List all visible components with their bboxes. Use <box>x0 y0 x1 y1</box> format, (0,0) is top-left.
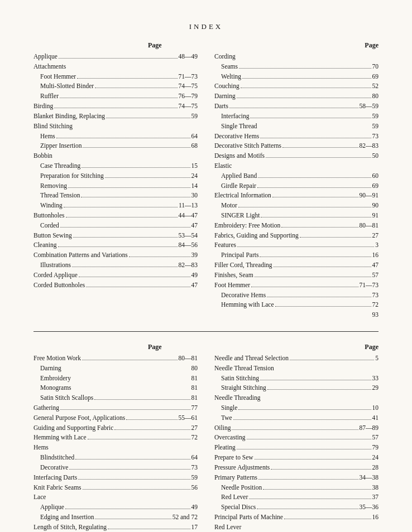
list-item: Bobbin <box>33 151 198 161</box>
section2-right-col: Needle and Thread Selection5Needle Threa… <box>214 354 379 532</box>
list-item: Hemming with Lace72 <box>33 433 198 443</box>
section1-left-col: Applique48—49AttachmentsFoot Hemmer71—73… <box>33 52 198 320</box>
list-item: Girdle Repair69 <box>214 181 379 191</box>
list-item: Interfacing59 <box>214 112 379 122</box>
list-item: Cording <box>214 52 379 62</box>
list-item: Attachments <box>33 62 198 72</box>
list-item: Lace <box>33 492 198 502</box>
list-item: Knit Fabric Seams56 <box>33 483 198 493</box>
list-item: Decorative Stitch Patterns82—83 <box>214 141 379 151</box>
list-item: Hems64 <box>33 132 198 142</box>
list-item: Applied Band60 <box>214 171 379 181</box>
section2-columns: Free Motion Work80—81Darning80Embroidery… <box>33 354 379 532</box>
list-item: Applique49 <box>33 502 198 512</box>
list-item: Needle Threading <box>214 393 379 403</box>
list-item: Electrical Information90—91 <box>214 191 379 201</box>
list-item: Decorative Hems73 <box>214 132 379 142</box>
page: INDEX Page Page Applique48—49Attachments… <box>0 0 412 532</box>
list-item: Finishes, Seam57 <box>214 270 379 280</box>
list-item: Needle Thread Tension <box>214 364 379 374</box>
list-item: Button Sewing53—54 <box>33 231 198 241</box>
left-page-header: Page <box>148 41 162 50</box>
list-item: Embroidery: Free Motion80—81 <box>214 221 379 231</box>
list-item: Decorative73 <box>33 463 198 473</box>
index-title: INDEX <box>33 22 379 31</box>
list-item: Primary Patterns34—38 <box>214 473 379 483</box>
list-item: Illustrations82—83 <box>33 260 198 270</box>
section-divider <box>33 331 379 332</box>
list-item: Foot Hemmer71—73 <box>33 72 198 82</box>
list-item: Gathering77 <box>33 403 198 413</box>
section-2: Page Page Free Motion Work80—81Darning80… <box>33 343 379 532</box>
list-item: Needle and Thread Selection5 <box>214 354 379 364</box>
list-item: Darning80 <box>33 364 198 374</box>
list-item: SINGER Light91 <box>214 211 379 221</box>
list-item: Cleaning84—56 <box>33 240 198 250</box>
list-item: Corded47 <box>33 221 198 231</box>
section1-columns: Applique48—49AttachmentsFoot Hemmer71—73… <box>33 52 379 320</box>
list-item: Free Motion Work80—81 <box>33 354 198 364</box>
section1-right-col: CordingSeams70Welting69Couching52Darning… <box>214 52 379 320</box>
list-item: Welting69 <box>214 72 379 82</box>
list-item: Blanket Binding, Replacing59 <box>33 112 198 122</box>
list-item: Red Lever37 <box>214 492 379 502</box>
list-item: Twe41 <box>214 413 379 423</box>
list-item: Darning80 <box>214 91 379 101</box>
list-item: Needle Position38 <box>214 483 379 493</box>
list-item: Guiding and Supporting Fabric27 <box>33 423 198 433</box>
section2-left-col: Free Motion Work80—81Darning80Embroidery… <box>33 354 198 532</box>
list-item: Red Lever <box>214 523 379 532</box>
list-item: Satin Stitching33 <box>214 374 379 384</box>
list-item: Removing14 <box>33 181 198 191</box>
list-item: Elastic <box>214 161 379 171</box>
list-item: Seams70 <box>214 62 379 72</box>
list-item: Blindstitched64 <box>33 453 198 463</box>
list-item: Overcasting57 <box>214 433 379 443</box>
list-item: Corded Buttonholes47 <box>33 280 198 291</box>
list-item: Buttonholes44—47 <box>33 211 198 221</box>
list-item: Principal Parts16 <box>214 250 379 260</box>
right-page-header: Page <box>365 41 379 50</box>
section-1: Page Page Applique48—49AttachmentsFoot H… <box>33 41 379 320</box>
list-item: 93 <box>214 310 379 320</box>
left-page-header-2: Page <box>148 343 162 351</box>
list-item: Interfacing Darts59 <box>33 473 198 483</box>
list-item: Prepare to Sew24 <box>214 453 379 463</box>
list-item: Single10 <box>214 403 379 413</box>
list-item: Combination Patterns and Variations39 <box>33 250 198 260</box>
list-item: Fabrics, Guiding and Supporting27 <box>214 231 379 241</box>
list-item: Features3 <box>214 240 379 250</box>
list-item: Multi-Slotted Binder74—75 <box>33 81 198 91</box>
list-item: Pleating79 <box>214 443 379 453</box>
list-item: Decorative Hems73 <box>214 291 379 301</box>
list-item: Single Thread59 <box>214 122 379 132</box>
list-item: Length of Stitch, Regulating17 <box>33 523 198 532</box>
list-item: Foot Hemmer71—73 <box>214 280 379 291</box>
list-item: Edging and Insertion52 and 72 <box>33 512 198 523</box>
list-item: Straight Stitching29 <box>214 383 379 393</box>
list-item: Preparation for Stitching24 <box>33 171 198 181</box>
list-item: Motor90 <box>214 201 379 211</box>
list-item: Hemming with Lace72 <box>214 300 379 310</box>
list-item: Principal Parts of Machine16 <box>214 512 379 523</box>
list-item: Filler Cord, Threading47 <box>214 260 379 270</box>
right-page-header-2: Page <box>365 343 379 351</box>
list-item: Darts58—59 <box>214 101 379 112</box>
list-item: Monograms81 <box>33 383 198 393</box>
list-item: General Purpose Foot, Applications55—61 <box>33 413 198 423</box>
list-item: Case Threading15 <box>33 161 198 171</box>
list-item: Birding74—75 <box>33 101 198 112</box>
list-item: Thread Tension30 <box>33 191 198 201</box>
list-item: Pressure Adjustments28 <box>214 463 379 473</box>
list-item: Applique48—49 <box>33 52 198 62</box>
list-item: Zipper Insertion68 <box>33 141 198 151</box>
list-item: Designs and Motifs50 <box>214 151 379 161</box>
list-item: Hems <box>33 443 198 453</box>
list-item: Oiling87—89 <box>214 423 379 433</box>
list-item: Blind Stitching <box>33 122 198 132</box>
list-item: Winding11—13 <box>33 201 198 211</box>
list-item: Couching52 <box>214 81 379 91</box>
list-item: Ruffler76—79 <box>33 91 198 101</box>
list-item: Corded Applique49 <box>33 270 198 280</box>
list-item: Satin Stitch Scallops81 <box>33 393 198 403</box>
